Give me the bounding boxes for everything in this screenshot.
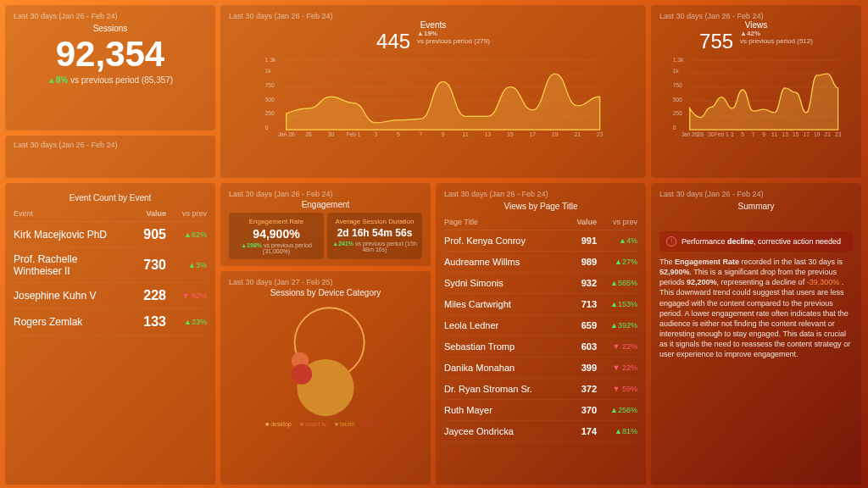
svg-text:15: 15 — [507, 131, 514, 137]
date-range: Last 30 days (Jan 27 - Feb 25) — [229, 278, 422, 286]
page-table-title: Views by Page Title — [444, 202, 637, 211]
table-row: Danika Monahan399▼ 22% — [444, 358, 637, 379]
date-range: Last 30 days (Jan 26 - Feb 24) — [14, 141, 207, 149]
svg-text:3: 3 — [731, 131, 734, 137]
event-table-title: Event Count by Event — [14, 193, 207, 202]
sessions-delta: ▲8% — [47, 75, 68, 85]
warning-icon: ! — [666, 236, 676, 247]
svg-text:5: 5 — [397, 131, 400, 137]
svg-text:13: 13 — [485, 131, 492, 137]
svg-text:0: 0 — [673, 125, 676, 130]
svg-text:Feb 1: Feb 1 — [346, 131, 360, 137]
events-area-chart: 0250500 7501k1.3k Jan 262830Feb 13579111… — [229, 53, 637, 138]
events-title: Events — [229, 20, 637, 30]
svg-text:Jan 26: Jan 26 — [682, 131, 698, 137]
event-table-head: Event Value vs prev — [14, 206, 207, 222]
svg-text:21: 21 — [824, 131, 831, 137]
summary-title: Summary — [659, 202, 853, 211]
svg-text:11: 11 — [462, 131, 469, 137]
page-table-card: Last 30 days (Jan 26 - Feb 24) Views by … — [436, 183, 646, 485]
svg-text:11: 11 — [771, 131, 778, 137]
svg-text:15: 15 — [793, 131, 799, 137]
svg-text:13: 13 — [782, 131, 788, 137]
views-title: Views — [659, 20, 853, 30]
date-range: Last 30 days (Jan 26 - Feb 24) — [659, 12, 853, 20]
svg-text:500: 500 — [673, 97, 682, 103]
middle-column: Last 30 days (Jan 26 - Feb 24) Engagemen… — [220, 183, 431, 485]
date-range: Last 30 days (Jan 26 - Feb 24) — [14, 12, 207, 20]
summary-warning: ! Performance decline, corrective action… — [659, 231, 853, 252]
svg-text:1.3k: 1.3k — [265, 57, 276, 63]
views-value: 755 — [699, 30, 733, 53]
svg-text:9: 9 — [762, 131, 765, 137]
svg-text:7: 7 — [419, 131, 422, 137]
views-chart-card: Last 30 days (Jan 26 - Feb 24) Views 755… — [651, 5, 861, 178]
svg-text:17: 17 — [803, 131, 810, 137]
views-area-chart: 0250500 7501k1.3k Jan 262830Feb 13579111… — [659, 53, 853, 138]
table-row: Sydni Simonis932▲565% — [444, 273, 637, 294]
engagement-title: Engagement — [229, 200, 422, 209]
views-delta: ▲42% — [740, 30, 813, 37]
date-range: Last 30 days (Jan 26 - Feb 24) — [229, 12, 637, 20]
svg-text:750: 750 — [265, 82, 275, 88]
svg-text:19: 19 — [814, 131, 821, 137]
views-compare: vs previous period (512) — [740, 37, 813, 45]
table-row: Kirk Macejkovic PhD905▲82% — [14, 222, 207, 248]
svg-text:0: 0 — [265, 125, 269, 130]
sessions-compare: ▲8% vs previous period (85,357) — [14, 75, 207, 85]
table-row: Rogers Zemlak133▲23% — [14, 309, 207, 336]
engagement-card: Last 30 days (Jan 26 - Feb 24) Engagemen… — [220, 183, 431, 266]
svg-text:17: 17 — [530, 131, 537, 137]
svg-text:23: 23 — [597, 131, 604, 137]
svg-text:30: 30 — [328, 131, 335, 137]
date-range: Last 30 days (Jan 26 - Feb 24) — [659, 190, 853, 198]
table-row: Audreanne Willms989▲27% — [444, 252, 637, 273]
svg-text:19: 19 — [552, 131, 559, 137]
events-compare: vs previous period (279) — [417, 37, 490, 45]
svg-text:5: 5 — [741, 131, 744, 137]
svg-text:250: 250 — [673, 110, 682, 116]
sessions-value: 92,354 — [14, 36, 207, 72]
svg-text:250: 250 — [265, 110, 275, 116]
svg-text:28: 28 — [697, 131, 704, 137]
table-row: Jaycee Ondricka174▲81% — [444, 421, 637, 442]
svg-text:9: 9 — [442, 131, 445, 137]
svg-text:23: 23 — [835, 131, 842, 137]
svg-text:1k: 1k — [673, 68, 680, 74]
sessions-card: Last 30 days (Jan 26 - Feb 24) Sessions … — [5, 5, 215, 130]
table-row: Sebastian Tromp603▼ 22% — [444, 336, 637, 358]
sessions-title: Sessions — [14, 24, 207, 33]
table-row: Ruth Mayer370▲256% — [444, 400, 637, 421]
events-chart-card: Last 30 days (Jan 26 - Feb 24) Events 44… — [220, 5, 646, 178]
table-row: Prof. Kenya Conroy991▲4% — [444, 230, 637, 252]
device-bubble-chart — [229, 299, 422, 418]
svg-text:750: 750 — [673, 82, 682, 88]
table-row: Leola Ledner659▲392% — [444, 315, 637, 336]
device-title: Sessions by Device Category — [229, 288, 422, 297]
table-row: Dr. Ryan Stroman Sr.372▼ 59% — [444, 379, 637, 400]
device-legend: desktop smart tv tablet mobile — [229, 421, 422, 427]
table-row: Miles Cartwright713▲153% — [444, 294, 637, 315]
svg-text:30: 30 — [708, 131, 715, 137]
engagement-rate: Engagement Rate 94,900% ▲198% vs previou… — [229, 213, 324, 259]
svg-text:28: 28 — [305, 131, 312, 137]
svg-text:1.3k: 1.3k — [673, 57, 684, 63]
page-table-head: Page Title Value vs prev — [444, 214, 637, 230]
event-table-card: Event Count by Event Event Value vs prev… — [5, 183, 215, 485]
svg-text:7: 7 — [752, 131, 755, 137]
svg-text:Feb 1: Feb 1 — [715, 131, 729, 137]
date-range: Last 30 days (Jan 26 - Feb 24) — [229, 190, 422, 198]
date-range: Last 30 days (Jan 26 - Feb 24) — [444, 190, 637, 198]
svg-text:1k: 1k — [265, 68, 272, 74]
engagement-duration: Average Session Duration 2d 16h 54m 56s … — [327, 213, 422, 259]
svg-text:3: 3 — [375, 131, 378, 137]
event-table-header-card: Last 30 days (Jan 26 - Feb 24) — [5, 136, 215, 178]
table-row: Josephine Kuhn V228▼ 62% — [14, 283, 207, 309]
events-value: 445 — [376, 30, 410, 53]
table-row: Prof. Rachelle Wintheiser II730▲3% — [14, 248, 207, 283]
events-delta: ▲19% — [417, 30, 490, 37]
summary-body: The Engagement Rate recorded in the last… — [659, 257, 853, 359]
summary-card: Last 30 days (Jan 26 - Feb 24) Summary !… — [651, 183, 861, 485]
device-card: Last 30 days (Jan 27 - Feb 25) Sessions … — [220, 271, 431, 485]
svg-text:Jan 26: Jan 26 — [278, 131, 295, 137]
